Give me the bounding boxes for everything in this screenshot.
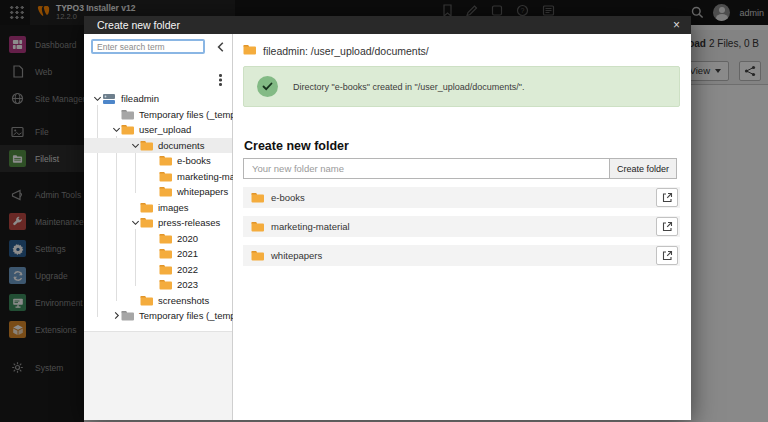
- tree-node-2023[interactable]: 2023: [84, 277, 232, 293]
- folder-list-item-e-books[interactable]: e-books: [243, 187, 680, 208]
- tree-node-label: Temporary files (_temp_): [139, 109, 244, 120]
- tree-node-label: documents: [158, 140, 204, 151]
- chevron-down-icon[interactable]: [130, 141, 140, 150]
- folder-icon: [159, 248, 172, 259]
- create-folder-heading: Create new folder: [244, 139, 349, 153]
- typo3-backend: TYPO3 Installer v12 12.2.0 ? admin Dashb…: [0, 0, 768, 422]
- folder-list: e-booksmarketing-materialwhitepapers: [243, 187, 680, 274]
- folder-icon: [159, 171, 172, 182]
- alert-message: Directory "e-books" created in "/user_up…: [293, 82, 524, 92]
- folder-icon: [121, 124, 134, 135]
- tree-node-marketing-material[interactable]: marketing-material: [84, 169, 232, 185]
- folder-icon: [140, 295, 153, 306]
- tree-node-user-upload[interactable]: user_upload: [84, 122, 232, 138]
- success-alert: Directory "e-books" created in "/user_up…: [243, 66, 680, 107]
- tree-node-documents[interactable]: documents: [84, 138, 232, 154]
- external-link-icon: [662, 250, 673, 261]
- tree-node-temporary-files-temp-[interactable]: Temporary files (_temp_): [84, 107, 232, 123]
- close-icon[interactable]: ×: [673, 17, 680, 33]
- chevron-right-icon[interactable]: [111, 311, 121, 320]
- folder-icon: [159, 233, 172, 244]
- chevron-down-icon[interactable]: [92, 94, 102, 103]
- folder-icon: [159, 264, 172, 275]
- create-folder-modal: Create new folder × fileadminTemporary f…: [84, 16, 691, 420]
- folder-name: whitepapers: [271, 250, 322, 261]
- tree-node-fileadmin[interactable]: fileadmin: [84, 91, 232, 107]
- folder-tree: fileadminTemporary files (_temp_)user_up…: [84, 91, 232, 324]
- tree-actions-menu-icon[interactable]: [219, 74, 222, 77]
- tree-node-whitepapers[interactable]: whitepapers: [84, 184, 232, 200]
- modal-header: Create new folder ×: [84, 16, 691, 34]
- tree-node-label: 2023: [177, 279, 198, 290]
- external-link-icon: [662, 192, 673, 203]
- collapse-panel-icon[interactable]: [215, 41, 227, 53]
- breadcrumb-path: fileadmin: /user_upload/documents/: [263, 45, 429, 57]
- folder-icon: [159, 186, 172, 197]
- open-folder-button[interactable]: [656, 217, 678, 236]
- folder-icon: [121, 310, 134, 321]
- modal-title: Create new folder: [97, 19, 180, 31]
- chevron-down-icon[interactable]: [130, 218, 140, 227]
- tree-node-screenshots[interactable]: screenshots: [84, 293, 232, 309]
- tree-node-label: fileadmin: [121, 93, 159, 104]
- tree-node-2022[interactable]: 2022: [84, 262, 232, 278]
- tree-search-input[interactable]: [91, 39, 205, 54]
- storage-mount-icon: [102, 93, 116, 105]
- folder-icon: [251, 221, 264, 232]
- folder-icon: [121, 109, 134, 120]
- folder-tree-panel: fileadminTemporary files (_temp_)user_up…: [84, 34, 233, 420]
- external-link-icon: [662, 221, 673, 232]
- chevron-down-icon[interactable]: [111, 125, 121, 134]
- new-folder-name-input[interactable]: [243, 158, 609, 179]
- breadcrumb: fileadmin: /user_upload/documents/: [243, 44, 429, 57]
- tree-node-2021[interactable]: 2021: [84, 246, 232, 262]
- open-folder-button[interactable]: [656, 188, 678, 207]
- tree-node-2020[interactable]: 2020: [84, 231, 232, 247]
- folder-icon: [251, 192, 264, 203]
- folder-list-item-whitepapers[interactable]: whitepapers: [243, 245, 680, 266]
- tree-node-label: e-books: [177, 155, 211, 166]
- folder-icon: [251, 250, 264, 261]
- tree-node-label: whitepapers: [177, 186, 228, 197]
- folder-name: marketing-material: [271, 221, 350, 232]
- modal-content: fileadmin: /user_upload/documents/ Direc…: [233, 34, 691, 420]
- folder-name: e-books: [271, 192, 305, 203]
- tree-node-label: images: [158, 202, 189, 213]
- folder-icon: [140, 217, 153, 228]
- tree-node-label: 2022: [177, 264, 198, 275]
- open-folder-button[interactable]: [656, 246, 678, 265]
- tree-node-label: press-releases: [158, 217, 220, 228]
- tree-node-label: Temporary files (_temp_): [139, 310, 244, 321]
- tree-node-temporary-files-temp-[interactable]: Temporary files (_temp_): [84, 308, 232, 324]
- tree-node-label: user_upload: [139, 124, 191, 135]
- folder-icon: [243, 44, 256, 57]
- folder-list-item-marketing-material[interactable]: marketing-material: [243, 216, 680, 237]
- tree-node-press-releases[interactable]: press-releases: [84, 215, 232, 231]
- tree-node-label: screenshots: [158, 295, 209, 306]
- folder-icon: [140, 140, 153, 151]
- folder-icon: [140, 202, 153, 213]
- tree-node-label: 2020: [177, 233, 198, 244]
- tree-node-e-books[interactable]: e-books: [84, 153, 232, 169]
- folder-icon: [159, 155, 172, 166]
- folder-icon: [159, 279, 172, 290]
- tree-node-label: 2021: [177, 248, 198, 259]
- create-folder-button[interactable]: Create folder: [609, 158, 677, 179]
- tree-node-images[interactable]: images: [84, 200, 232, 216]
- check-icon: [257, 76, 278, 97]
